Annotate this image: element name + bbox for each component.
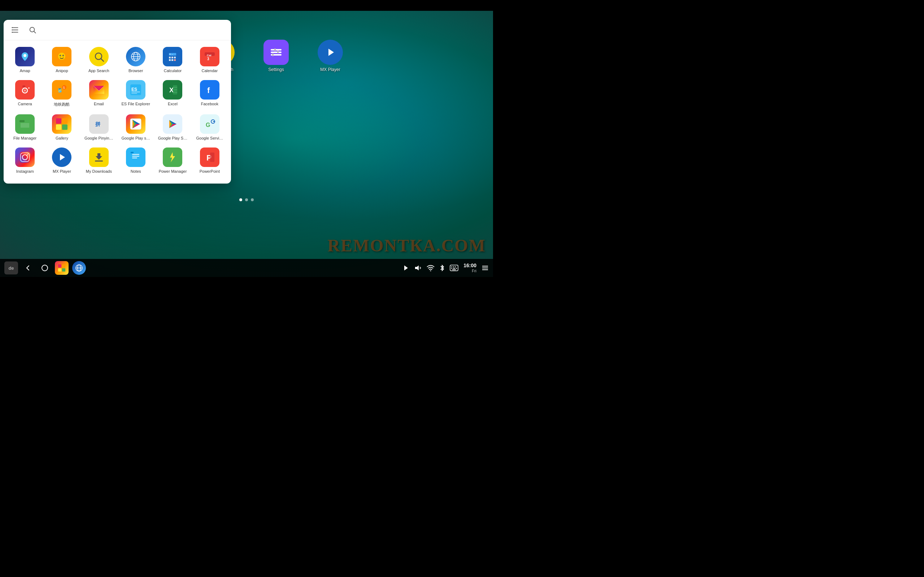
drawer-list-view-btn[interactable]	[10, 24, 21, 36]
svg-rect-82	[131, 93, 137, 94]
svg-text:拼: 拼	[95, 121, 101, 127]
app-drawer: Amap Anipop Ap	[3, 20, 231, 184]
svg-rect-94	[56, 118, 61, 124]
svg-rect-95	[62, 118, 68, 124]
svg-rect-122	[131, 152, 141, 163]
app-item-google-play-s2[interactable]: Google Play S…	[154, 111, 191, 144]
svg-rect-70	[23, 85, 25, 87]
media-play-icon[interactable]	[403, 265, 409, 271]
volume-icon[interactable]	[414, 264, 422, 272]
wifi-icon[interactable]	[426, 265, 435, 271]
svg-rect-60	[174, 59, 176, 61]
dot-1[interactable]	[239, 198, 242, 201]
svg-rect-56	[171, 56, 173, 58]
app-item-dizhi[interactable]: 🎽 S 地铁跑酷	[43, 76, 80, 111]
app-item-facebook[interactable]: f Facebook	[191, 76, 228, 111]
excel-label: Excel	[157, 102, 188, 106]
svg-text:🎽: 🎽	[57, 88, 63, 93]
app-item-powerpoint[interactable]: P PowerPoint	[191, 144, 228, 177]
browser-taskbar-button[interactable]	[72, 261, 86, 275]
mx-player-icon-img	[318, 40, 343, 65]
facebook-icon: f	[200, 80, 220, 100]
anipop-icon	[52, 47, 71, 66]
app-item-gallery[interactable]: Gallery	[43, 111, 80, 144]
de-launcher-btn[interactable]: de	[4, 261, 18, 274]
app-item-notes[interactable]: Notes	[117, 144, 154, 177]
power-manager-icon	[163, 148, 182, 167]
power-manager-label: Power Manager	[157, 169, 188, 174]
svg-rect-59	[171, 59, 173, 61]
svg-rect-133	[58, 264, 61, 268]
dot-3[interactable]	[251, 198, 254, 201]
svg-rect-14	[274, 48, 276, 51]
taskbar-menu-icon[interactable]	[481, 264, 489, 272]
svg-point-69	[24, 89, 26, 92]
gallery-drawer-label: Gallery	[47, 136, 77, 140]
drawer-apps-grid: Amap Anipop Ap	[3, 40, 231, 180]
app-item-calendar[interactable]: Cal 3 Calendar	[191, 43, 228, 76]
bluetooth-icon[interactable]	[439, 264, 445, 272]
app-item-google-play-s[interactable]: Google Play s…	[117, 111, 154, 144]
svg-rect-124	[132, 156, 139, 156]
svg-rect-135	[58, 268, 61, 272]
back-button[interactable]	[22, 261, 35, 274]
settings-icon-img	[263, 40, 289, 65]
app-item-amap[interactable]: Amap	[6, 43, 43, 76]
app-item-file-manager[interactable]: File Manager	[6, 111, 43, 144]
svg-marker-140	[404, 266, 408, 271]
google-play-s2-icon	[163, 114, 182, 134]
svg-point-39	[23, 54, 26, 57]
instagram-label: Instagram	[10, 169, 40, 174]
clock-day: Fri	[464, 269, 477, 273]
app-item-mx-player[interactable]: MX Player	[43, 144, 80, 177]
app-item-anipop[interactable]: Anipop	[43, 43, 80, 76]
notes-label: Notes	[121, 169, 151, 174]
desktop-icon-settings[interactable]: Settings	[260, 40, 292, 72]
svg-rect-123	[132, 154, 139, 155]
app-item-email[interactable]: Email	[81, 76, 117, 111]
app-item-browser[interactable]: Browser	[117, 43, 154, 76]
svg-rect-134	[62, 264, 65, 268]
app-item-google-services[interactable]: G Google Servi…	[191, 111, 228, 144]
app-item-camera[interactable]: Camera	[6, 76, 43, 111]
svg-rect-149	[455, 266, 456, 267]
launcher-button[interactable]	[55, 261, 69, 275]
svg-rect-97	[62, 124, 68, 130]
calculator-icon: + - × ÷ + -	[163, 47, 182, 66]
mx-player-drawer-label: MX Player	[47, 169, 77, 174]
camera-icon	[15, 80, 35, 100]
home-button[interactable]	[38, 261, 51, 274]
drawer-search-btn[interactable]	[27, 24, 38, 36]
settings-label: Settings	[268, 67, 284, 72]
keyboard-icon[interactable]	[450, 265, 459, 271]
mx-player-label: MX Player	[320, 67, 340, 72]
svg-line-38	[34, 31, 36, 34]
app-item-app-search[interactable]: App Search	[81, 43, 117, 76]
desktop-icon-mx-player[interactable]: MX Player	[314, 40, 347, 72]
watermark: REMONТКА.COM	[327, 235, 486, 255]
svg-rect-12	[271, 52, 281, 53]
dizhi-label: 地铁跑酷	[47, 102, 77, 107]
svg-point-145	[430, 270, 431, 271]
svg-text:ES: ES	[131, 87, 137, 92]
app-item-google-pinyin[interactable]: 拼 Google Pinyin…	[81, 111, 117, 144]
browser-icon	[126, 47, 145, 66]
svg-point-71	[28, 87, 30, 89]
svg-rect-15	[277, 50, 279, 53]
app-item-es-file[interactable]: ES ES File Explorer	[117, 76, 154, 111]
svg-point-115	[27, 154, 28, 155]
clock-time: 16:00	[464, 263, 477, 269]
svg-point-37	[30, 27, 35, 32]
app-item-my-downloads[interactable]: My Downloads	[81, 144, 117, 177]
svg-text:+: +	[169, 53, 171, 56]
dot-2[interactable]	[245, 198, 248, 201]
app-item-excel[interactable]: X Excel	[154, 76, 191, 111]
app-item-calculator[interactable]: + - × ÷ + - Calculator	[154, 43, 191, 76]
app-item-power-manager[interactable]: Power Manager	[154, 144, 191, 177]
email-drawer-label: Email	[83, 102, 114, 106]
app-search-drawer-label: App Search	[83, 69, 114, 73]
svg-rect-96	[56, 124, 61, 130]
app-item-instagram[interactable]: Instagram	[6, 144, 43, 177]
es-file-icon: ES	[126, 80, 145, 100]
svg-text:f: f	[207, 86, 210, 95]
